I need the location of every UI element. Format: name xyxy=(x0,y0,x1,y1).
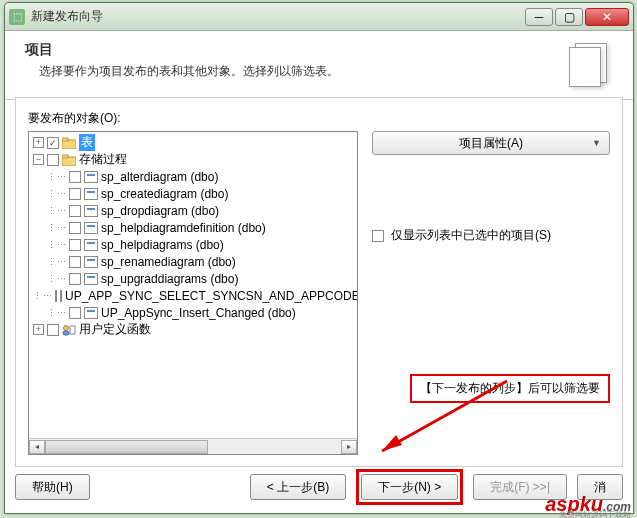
tree-connector: ⋮⋯ xyxy=(47,274,67,284)
checkbox[interactable] xyxy=(47,324,59,336)
tree-node-procs[interactable]: − 存储过程 xyxy=(31,151,355,168)
node-label: sp_creatediagram (dbo) xyxy=(101,187,228,201)
checkbox[interactable] xyxy=(69,256,81,268)
header-panel: 项目 选择要作为项目发布的表和其他对象。选择列以筛选表。 xyxy=(5,31,633,100)
horizontal-scrollbar[interactable]: ◂ ▸ xyxy=(29,438,357,454)
maximize-button[interactable]: ▢ xyxy=(555,8,583,26)
checkbox[interactable] xyxy=(69,307,81,319)
checkbox[interactable] xyxy=(69,239,81,251)
scroll-thumb[interactable] xyxy=(45,440,208,454)
next-highlight: 下一步(N) > xyxy=(356,469,463,505)
node-label: 表 xyxy=(79,134,95,151)
checkbox[interactable] xyxy=(47,154,59,166)
button-label: 项目属性(A) xyxy=(459,135,523,152)
proc-icon xyxy=(84,188,98,200)
folder-icon xyxy=(62,137,76,149)
tree-connector: ⋮⋯ xyxy=(47,257,67,267)
collapse-icon[interactable]: − xyxy=(33,154,44,165)
scroll-right-button[interactable]: ▸ xyxy=(341,440,357,454)
page-description: 选择要作为项目发布的表和其他对象。选择列以筛选表。 xyxy=(25,63,565,80)
proc-icon xyxy=(84,273,98,285)
app-icon: ⬚ xyxy=(9,9,25,25)
node-label: sp_alterdiagram (dbo) xyxy=(101,170,218,184)
window-title: 新建发布向导 xyxy=(31,8,525,25)
node-label: UP_AppSync_Insert_Changed (dbo) xyxy=(101,306,296,320)
item-properties-button[interactable]: 项目属性(A) ▼ xyxy=(372,131,610,155)
page-title: 项目 xyxy=(25,41,565,59)
node-label: 存储过程 xyxy=(79,151,127,168)
tree-node-proc[interactable]: ⋮⋯sp_alterdiagram (dbo) xyxy=(31,168,355,185)
svg-rect-6 xyxy=(70,326,75,334)
back-button[interactable]: < 上一步(B) xyxy=(250,474,346,500)
node-label: 用户定义函数 xyxy=(79,321,151,338)
svg-rect-5 xyxy=(63,331,69,335)
tree-node-proc[interactable]: ⋮⋯sp_renamediagram (dbo) xyxy=(31,253,355,270)
checkbox[interactable] xyxy=(69,205,81,217)
svg-rect-1 xyxy=(62,138,68,141)
filter-label: 仅显示列表中已选中的项目(S) xyxy=(391,227,551,244)
close-button[interactable]: ✕ xyxy=(585,8,629,26)
tree-node-proc[interactable]: ⋮⋯sp_creatediagram (dbo) xyxy=(31,185,355,202)
right-panel: 项目属性(A) ▼ 仅显示列表中已选中的项目(S) 【下一发布的列步】后可以筛选… xyxy=(372,131,610,455)
node-label: UP_APP_SYNC_SELECT_SYNCSN_AND_APPCODE_BY… xyxy=(65,289,357,303)
proc-icon xyxy=(84,205,98,217)
dropdown-arrow-icon: ▼ xyxy=(592,138,601,148)
node-label: sp_dropdiagram (dbo) xyxy=(101,204,219,218)
tree-node-tables[interactable]: + 表 xyxy=(31,134,355,151)
checkbox[interactable] xyxy=(69,188,81,200)
scroll-track[interactable] xyxy=(45,440,341,454)
help-button[interactable]: 帮助(H) xyxy=(15,474,90,500)
wizard-window: ⬚ 新建发布向导 ─ ▢ ✕ 项目 选择要作为项目发布的表和其他对象。选择列以筛… xyxy=(4,2,634,514)
objects-label: 要发布的对象(O): xyxy=(28,110,610,127)
proc-icon xyxy=(84,307,98,319)
filter-checkbox-row[interactable]: 仅显示列表中已选中的项目(S) xyxy=(372,227,610,244)
watermark-subtitle: 免费网站源码下载站 xyxy=(559,509,631,518)
tree-connector: ⋮⋯ xyxy=(47,189,67,199)
tree-node-proc[interactable]: ⋮⋯UP_APP_SYNC_SELECT_SYNCSN_AND_APPCODE_… xyxy=(31,287,355,304)
proc-icon xyxy=(84,239,98,251)
window-controls: ─ ▢ ✕ xyxy=(525,8,629,26)
scroll-left-button[interactable]: ◂ xyxy=(29,440,45,454)
checkbox[interactable] xyxy=(47,137,59,149)
checkbox[interactable] xyxy=(55,290,57,302)
tree-connector: ⋮⋯ xyxy=(47,206,67,216)
checkbox[interactable] xyxy=(372,230,384,242)
titlebar[interactable]: ⬚ 新建发布向导 ─ ▢ ✕ xyxy=(5,3,633,31)
node-label: sp_upgraddiagrams (dbo) xyxy=(101,272,238,286)
minimize-button[interactable]: ─ xyxy=(525,8,553,26)
content-area: 要发布的对象(O): + 表 − 存储 xyxy=(15,97,623,467)
node-label: sp_renamediagram (dbo) xyxy=(101,255,236,269)
checkbox[interactable] xyxy=(69,171,81,183)
checkbox[interactable] xyxy=(69,222,81,234)
svg-point-4 xyxy=(64,325,69,330)
udf-icon xyxy=(62,324,76,336)
tree-node-proc[interactable]: ⋮⋯sp_dropdiagram (dbo) xyxy=(31,202,355,219)
next-button[interactable]: 下一步(N) > xyxy=(361,474,458,500)
svg-rect-3 xyxy=(62,155,68,158)
proc-icon xyxy=(84,171,98,183)
tree-node-proc[interactable]: ⋮⋯sp_upgraddiagrams (dbo) xyxy=(31,270,355,287)
footer-buttons: 帮助(H) < 上一步(B) 下一步(N) > 完成(F) >>| 消 xyxy=(15,469,623,505)
proc-icon xyxy=(84,222,98,234)
tree-connector: ⋮⋯ xyxy=(47,308,67,318)
tree-connector: ⋮⋯ xyxy=(47,240,67,250)
tree-connector: ⋮⋯ xyxy=(33,291,53,301)
proc-icon xyxy=(84,256,98,268)
node-label: sp_helpdiagrams (dbo) xyxy=(101,238,224,252)
annotation-tip: 【下一发布的列步】后可以筛选要 xyxy=(410,374,610,403)
expand-icon[interactable]: + xyxy=(33,137,44,148)
tree-node-proc[interactable]: ⋮⋯sp_helpdiagramdefinition (dbo) xyxy=(31,219,355,236)
tree-node-proc[interactable]: ⋮⋯UP_AppSync_Insert_Changed (dbo) xyxy=(31,304,355,321)
node-label: sp_helpdiagramdefinition (dbo) xyxy=(101,221,266,235)
proc-icon xyxy=(60,290,62,302)
expand-icon[interactable]: + xyxy=(33,324,44,335)
objects-tree[interactable]: + 表 − 存储过程 ⋮⋯sp_alterdiagram (dbo) ⋮⋯ xyxy=(28,131,358,455)
header-icon xyxy=(565,41,613,89)
checkbox[interactable] xyxy=(69,273,81,285)
tree-node-udf[interactable]: + 用户定义函数 xyxy=(31,321,355,338)
tree-connector: ⋮⋯ xyxy=(47,172,67,182)
tree-connector: ⋮⋯ xyxy=(47,223,67,233)
svg-marker-8 xyxy=(382,435,402,451)
tree-node-proc[interactable]: ⋮⋯sp_helpdiagrams (dbo) xyxy=(31,236,355,253)
folder-icon xyxy=(62,154,76,166)
